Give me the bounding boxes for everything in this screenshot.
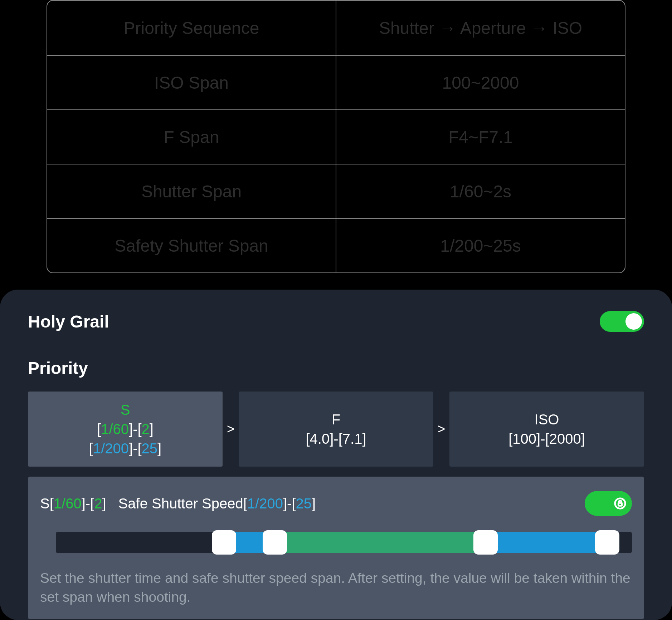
table-row: F Span F4~F7.1 [47, 109, 625, 164]
table-label: ISO Span [47, 56, 336, 109]
table-label: Shutter Span [47, 164, 336, 218]
chevron-right-icon: > [223, 392, 239, 467]
table-value: 1/60~2s [336, 164, 625, 218]
card-head: F [332, 410, 340, 429]
table-value: 100~2000 [336, 56, 625, 109]
table-row: ISO Span 100~2000 [47, 55, 625, 109]
priority-card-aperture[interactable]: F [4.0]-[7.1] [239, 392, 433, 467]
priority-card-iso[interactable]: ISO [100]-[2000] [449, 392, 644, 467]
spec-table: Priority Sequence Shutter → Aperture → I… [47, 0, 625, 273]
shutter-span-label: S[1/60]-[2] [40, 496, 106, 512]
slider-handle-safe-max[interactable] [595, 530, 619, 555]
card-line: [4.0]-[7.1] [306, 429, 366, 448]
slider-handle-safe-min[interactable] [212, 530, 236, 555]
card-line: [100]-[2000] [508, 429, 585, 448]
slider-handle-max[interactable] [473, 530, 498, 555]
table-value: Shutter → Aperture → ISO [336, 1, 625, 55]
table-row: Safety Shutter Span 1/200~25s [47, 218, 625, 272]
shutter-detail-box: S[1/60]-[2] Safe Shutter Speed[1/200]-[2… [28, 477, 644, 619]
chevron-right-icon: > [433, 392, 449, 467]
lock-icon [613, 497, 627, 510]
table-value: F4~F7.1 [336, 110, 625, 164]
holy-grail-toggle[interactable] [600, 311, 644, 332]
card-line: [1/60]-[2] [97, 419, 154, 439]
card-line: [1/200]-[25] [89, 439, 161, 458]
slider-segment-primary [275, 532, 486, 553]
priority-card-shutter[interactable]: S [1/60]-[2] [1/200]-[25] [28, 392, 223, 467]
panel-title: Holy Grail [28, 312, 109, 331]
slider-handle-min[interactable] [263, 530, 287, 555]
shutter-range-slider[interactable] [56, 532, 632, 553]
table-value: 1/200~25s [336, 219, 625, 272]
holy-grail-panel: Holy Grail Priority S [1/60]-[2] [1/200]… [0, 290, 672, 620]
card-head: ISO [535, 410, 559, 429]
card-head: S [121, 400, 130, 419]
table-row: Shutter Span 1/60~2s [47, 164, 625, 218]
priority-row: S [1/60]-[2] [1/200]-[25] > F [4.0]-[7.1… [28, 392, 644, 467]
table-row: Priority Sequence Shutter → Aperture → I… [47, 1, 625, 55]
help-text: Set the shutter time and safe shutter sp… [40, 569, 632, 606]
safe-shutter-label: Safe Shutter Speed[1/200]-[25] [118, 496, 316, 512]
table-label: F Span [47, 110, 336, 164]
slider-segment-safe-right [486, 532, 607, 553]
table-label: Safety Shutter Span [47, 219, 336, 272]
priority-label: Priority [28, 358, 644, 378]
table-label: Priority Sequence [47, 1, 336, 55]
lock-toggle[interactable] [585, 491, 632, 516]
svg-rect-1 [618, 503, 622, 506]
toggle-knob [625, 313, 642, 330]
